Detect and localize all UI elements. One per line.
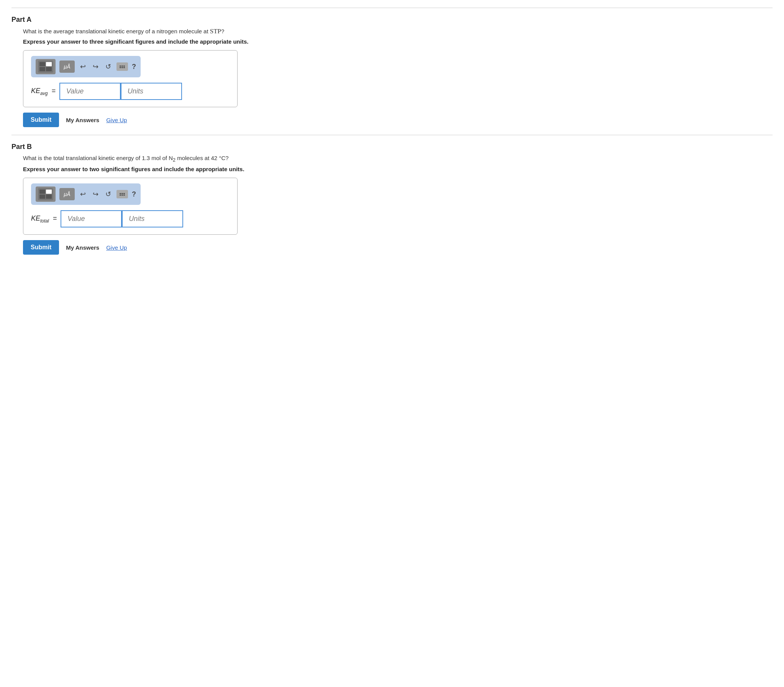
matrix-cell-b4 xyxy=(46,194,52,199)
part-b-toolbar: μÅ ↩ ↪ ↺ ? xyxy=(31,183,141,205)
part-a-help-button[interactable]: ? xyxy=(132,63,136,71)
part-a-reset-button[interactable]: ↺ xyxy=(104,62,113,72)
part-a-input-row: KEavg = xyxy=(31,83,229,100)
matrix-cell-3 xyxy=(40,67,45,71)
part-a-units-input[interactable] xyxy=(121,83,182,100)
part-a-mu-button[interactable]: μÅ xyxy=(59,61,75,73)
part-b-matrix-button[interactable] xyxy=(36,186,56,202)
part-a-question: What is the average translational kineti… xyxy=(23,28,772,35)
matrix-icon xyxy=(38,61,53,73)
matrix-cell-4 xyxy=(46,67,52,71)
part-a-give-up-button[interactable]: Give Up xyxy=(106,117,127,123)
part-a-my-answers-button[interactable]: My Answers xyxy=(66,117,99,123)
part-a-answer-box: μÅ ↩ ↪ ↺ ? KEavg = xyxy=(23,50,237,107)
stp-text: STP xyxy=(210,28,221,35)
part-b-question: What is the total translational kinetic … xyxy=(23,155,772,163)
part-b-instruction: Express your answer to two significant f… xyxy=(23,166,772,172)
matrix-cell-1 xyxy=(40,62,45,66)
part-b-reset-button[interactable]: ↺ xyxy=(104,189,113,199)
keyboard-icon xyxy=(120,66,125,68)
matrix-icon-b xyxy=(38,188,53,200)
part-b-action-row: Submit My Answers Give Up xyxy=(23,240,772,255)
part-a-label-sub: avg xyxy=(40,90,48,96)
part-b-title: Part B xyxy=(12,143,772,151)
part-b-value-input[interactable] xyxy=(61,210,122,227)
part-a-toolbar: μÅ ↩ ↪ ↺ ? xyxy=(31,56,141,77)
part-a-value-input[interactable] xyxy=(59,83,121,100)
part-b-label: KEtotal = xyxy=(31,214,57,224)
matrix-cell-b2 xyxy=(46,189,52,194)
keyboard-icon-b xyxy=(120,193,125,196)
part-b-my-answers-button[interactable]: My Answers xyxy=(66,244,99,251)
part-b-input-row: KEtotal = xyxy=(31,210,229,227)
part-a-matrix-button[interactable] xyxy=(36,59,56,74)
part-a-redo-button[interactable]: ↪ xyxy=(91,62,100,72)
part-b-redo-button[interactable]: ↪ xyxy=(91,189,100,199)
part-a-label: KEavg = xyxy=(31,87,56,96)
part-b-undo-button[interactable]: ↩ xyxy=(79,189,87,199)
matrix-cell-2 xyxy=(46,62,52,66)
part-a-submit-button[interactable]: Submit xyxy=(23,113,59,127)
part-b-mu-button[interactable]: μÅ xyxy=(59,188,75,200)
part-a-keyboard-button[interactable] xyxy=(117,62,128,71)
matrix-cell-b3 xyxy=(40,194,45,199)
part-b-help-button[interactable]: ? xyxy=(132,190,136,198)
matrix-cell-b1 xyxy=(40,189,45,194)
part-b-give-up-button[interactable]: Give Up xyxy=(106,244,127,251)
part-b-units-input[interactable] xyxy=(122,210,183,227)
part-b-keyboard-button[interactable] xyxy=(117,190,128,198)
part-a-section: Part A What is the average translational… xyxy=(12,8,772,131)
part-b-label-sub: total xyxy=(40,218,49,223)
part-a-undo-button[interactable]: ↩ xyxy=(79,62,87,72)
part-b-answer-box: μÅ ↩ ↪ ↺ ? KEtotal = xyxy=(23,178,237,235)
part-a-instruction: Express your answer to three significant… xyxy=(23,38,772,45)
n2-subscript: 2 xyxy=(173,158,176,163)
part-b-section: Part B What is the total translational k… xyxy=(12,135,772,258)
part-a-title: Part A xyxy=(12,16,772,24)
part-a-action-row: Submit My Answers Give Up xyxy=(23,113,772,127)
part-b-submit-button[interactable]: Submit xyxy=(23,240,59,255)
